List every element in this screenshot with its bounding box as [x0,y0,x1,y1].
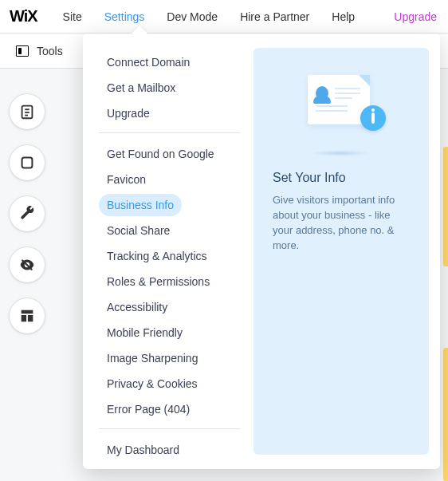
settings-preview-panel: Set Your Info Give visitors important in… [253,34,440,469]
menu-item-accessibility[interactable]: Accessibility [99,296,253,318]
nav-settings[interactable]: Settings [104,10,145,23]
rail-tools-button[interactable] [10,196,45,231]
menu-divider [99,132,241,133]
square-icon [18,154,36,172]
pages-icon [18,103,36,120]
panel-icon [16,45,29,57]
menu-item-business-info[interactable]: Business Info [99,194,182,216]
menu-divider [99,428,241,429]
nav-help[interactable]: Help [332,10,355,23]
rail-layout-button[interactable] [10,298,45,333]
rail-hidden-button[interactable] [10,247,45,282]
wrench-icon [18,205,36,223]
selection-edge [443,348,448,481]
info-illustration [293,69,389,156]
nav-upgrade[interactable]: Upgrade [394,10,437,23]
menu-item-error-page[interactable]: Error Page (404) [99,398,253,420]
settings-menu-list: Connect Domain Get a Mailbox Upgrade Get… [83,34,253,469]
menu-item-social-share[interactable]: Social Share [99,219,253,242]
menu-item-privacy[interactable]: Privacy & Cookies [99,373,253,395]
info-title: Set Your Info [273,171,410,185]
info-description: Give visitors important info about your … [273,193,410,253]
nav-hire-partner[interactable]: Hire a Partner [240,10,309,23]
settings-dropdown: Connect Domain Get a Mailbox Upgrade Get… [83,34,440,469]
menu-item-roles[interactable]: Roles & Permissions [99,270,253,293]
menu-item-get-found[interactable]: Get Found on Google [99,143,253,165]
wix-logo[interactable]: WiX [10,7,37,26]
nav-site[interactable]: Site [63,10,82,23]
left-tool-rail [10,94,45,333]
menu-item-upgrade[interactable]: Upgrade [99,102,253,124]
menu-item-connect-domain[interactable]: Connect Domain [99,51,253,73]
menu-item-dashboard[interactable]: My Dashboard [99,439,253,461]
info-card: Set Your Info Give visitors important in… [253,48,429,455]
svg-rect-4 [22,158,33,168]
menu-item-sharpening[interactable]: Image Sharpening [99,347,253,369]
menu-item-tracking[interactable]: Tracking & Analytics [99,245,253,267]
selection-edge [443,147,448,266]
tools-button[interactable]: Tools [16,45,63,57]
top-menu-bar: WiX Site Settings Dev Mode Hire a Partne… [0,0,448,34]
nav-dev-mode[interactable]: Dev Mode [167,10,218,23]
rail-background-button[interactable] [10,145,45,180]
tools-label: Tools [37,45,63,57]
layout-icon [18,307,36,325]
menu-item-mobile[interactable]: Mobile Friendly [99,321,253,344]
eye-off-icon [18,256,36,274]
rail-pages-button[interactable] [10,94,45,129]
menu-item-favicon[interactable]: Favicon [99,168,253,191]
info-icon [360,105,386,131]
top-nav: Site Settings Dev Mode Hire a Partner He… [63,10,448,23]
menu-item-get-mailbox[interactable]: Get a Mailbox [99,77,253,99]
